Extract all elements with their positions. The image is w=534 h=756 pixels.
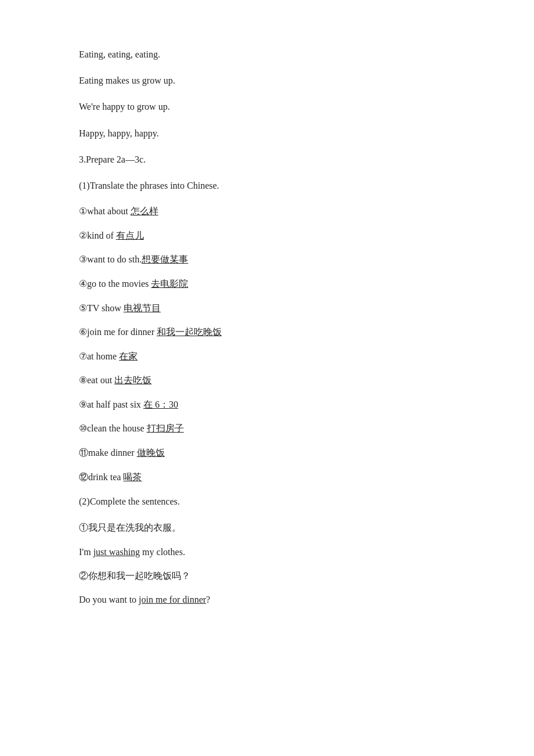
phrase-chinese: 出去吃饭 — [114, 375, 151, 385]
phrase-item-p11: ⑪make dinner 做晚饭 — [79, 445, 455, 460]
phrase-number: ⑥ — [79, 327, 87, 337]
phrase-number: ① — [79, 206, 87, 216]
phrase-number: ⑪ — [79, 448, 88, 458]
phrase-english: eat out — [87, 375, 114, 385]
line3: We're happy to grow up. — [79, 99, 455, 114]
sentence-after: my clothes. — [140, 547, 185, 557]
phrase-chinese: 喝茶 — [123, 472, 142, 482]
sentence-underline: just washing — [93, 547, 140, 557]
phrase-number: ⑩ — [79, 423, 87, 433]
phrase-number: ④ — [79, 279, 87, 289]
phrase-chinese: 打扫房子 — [147, 423, 184, 433]
phrase-english: clean the house — [87, 423, 147, 433]
phrase-chinese: 想要做某事 — [142, 254, 188, 264]
sentence-underline: join me for dinner — [139, 595, 206, 604]
phrases-list: ①what about 怎么样②kind of 有点儿③want to do s… — [79, 204, 455, 484]
phrase-english: at half past six — [87, 399, 143, 409]
phrase-item-p5: ⑤TV show 电视节目 — [79, 301, 455, 316]
phrase-item-p4: ④go to the movies 去电影院 — [79, 276, 455, 291]
phrase-chinese: 在 6：30 — [143, 399, 178, 409]
phrase-chinese: 去电影院 — [151, 279, 188, 289]
sentence-english-s1: I'm just washing my clothes. — [79, 544, 455, 560]
sentence-english-s2: Do you want to join me for dinner? — [79, 592, 455, 607]
phrase-english: at home — [87, 351, 119, 361]
sentence-before: Do you want to — [79, 595, 139, 604]
phrase-english: make dinner — [88, 448, 137, 458]
phrase-number: ⑫ — [79, 472, 88, 482]
phrase-item-p3: ③want to do sth.想要做某事 — [79, 252, 455, 267]
phrase-number: ⑧ — [79, 375, 87, 385]
phrase-english: kind of — [87, 231, 116, 240]
phrase-english: go to the movies — [87, 279, 151, 289]
phrase-english: drink tea — [88, 472, 123, 482]
phrase-chinese: 做晚饭 — [137, 448, 165, 458]
phrase-english: what about — [87, 206, 131, 216]
phrase-number: ② — [79, 231, 87, 240]
sentence-before: I'm — [79, 547, 93, 557]
phrase-item-p6: ⑥join me for dinner 和我一起吃晚饭 — [79, 325, 455, 340]
sentence-chinese-s2: ②你想和我一起吃晚饭吗？ — [79, 568, 455, 584]
phrase-item-p12: ⑫drink tea 喝茶 — [79, 470, 455, 485]
phrase-number: ⑤ — [79, 303, 87, 313]
phrase-item-p7: ⑦at home 在家 — [79, 349, 455, 364]
phrase-number: ⑦ — [79, 351, 87, 361]
phrase-item-p8: ⑧eat out 出去吃饭 — [79, 373, 455, 388]
page-content: Eating, eating, eating. Eating makes us … — [79, 46, 455, 607]
phrase-number: ③ — [79, 254, 87, 264]
phrase-english: TV show — [87, 303, 124, 313]
sentence-after: ? — [206, 595, 210, 604]
line1: Eating, eating, eating. — [79, 46, 455, 62]
phrase-chinese: 怎么样 — [131, 206, 158, 216]
complete-instruction: (2)Complete the sentences. — [79, 494, 455, 509]
sentences-list: ①我只是在洗我的衣服。I'm just washing my clothes.②… — [79, 520, 455, 607]
prepare-heading: 3.Prepare 2a—3c. — [79, 152, 455, 167]
phrase-number: ⑨ — [79, 399, 87, 409]
sentence-chinese-s1: ①我只是在洗我的衣服。 — [79, 520, 455, 535]
phrase-chinese: 和我一起吃晚饭 — [157, 327, 222, 337]
phrase-item-p10: ⑩clean the house 打扫房子 — [79, 421, 455, 436]
phrase-english: join me for dinner — [87, 327, 157, 337]
phrase-chinese: 有点儿 — [116, 231, 144, 240]
phrase-chinese: 电视节目 — [124, 303, 161, 313]
phrase-item-p1: ①what about 怎么样 — [79, 204, 455, 219]
phrase-item-p9: ⑨at half past six 在 6：30 — [79, 397, 455, 412]
phrase-chinese: 在家 — [119, 351, 138, 361]
line4: Happy, happy, happy. — [79, 125, 455, 141]
phrase-english: want to do sth. — [87, 254, 142, 264]
line2: Eating makes us grow up. — [79, 73, 455, 88]
translate-instruction: (1)Translate the phrases into Chinese. — [79, 178, 455, 193]
phrase-item-p2: ②kind of 有点儿 — [79, 228, 455, 243]
